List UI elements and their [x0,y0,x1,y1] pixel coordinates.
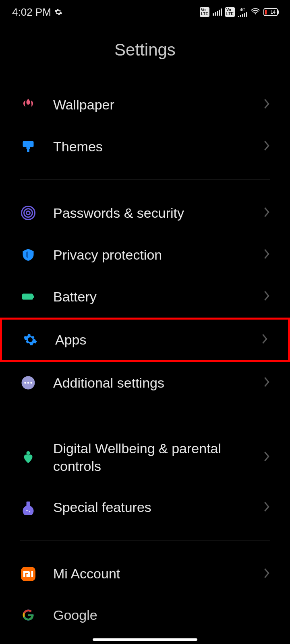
mi-logo-icon [20,566,36,582]
google-logo-icon [20,607,36,623]
chevron-right-icon [263,501,270,514]
tulip-icon [20,97,36,113]
svg-point-13 [27,451,30,455]
status-time: 4:02 PM [12,6,51,19]
chevron-right-icon [263,206,270,219]
item-label: Additional settings [53,374,263,392]
svg-rect-14 [27,502,30,504]
battery-icon: 14 [263,8,278,16]
chevron-right-icon [263,568,270,580]
item-label: Battery [53,288,263,305]
page-title: Settings [0,24,290,84]
gear-icon [54,8,62,16]
status-left: 4:02 PM [12,6,62,19]
settings-list: Wallpaper Themes Passwords & security [0,84,290,624]
volte-icon-1: VoLTE [200,7,209,17]
item-label: Privacy protection [53,246,263,264]
home-indicator[interactable] [93,638,197,641]
settings-item-wellbeing[interactable]: Digital Wellbeing & parental controls [0,428,290,486]
signal-icon-1 [213,8,222,16]
svg-point-12 [30,382,32,384]
item-label: Themes [53,138,263,155]
dots-icon [20,375,36,391]
volte-icon-2: VoLTE [225,7,235,17]
svg-rect-7 [33,295,34,298]
status-bar: 4:02 PM VoLTE VoLTE 4G 14 [0,0,290,24]
fingerprint-icon [20,205,36,221]
person-heart-icon [20,449,36,465]
svg-point-15 [27,510,28,511]
chevron-right-icon [263,98,270,111]
wifi-icon [251,6,260,18]
chevron-right-icon [263,248,270,261]
battery-level: 14 [271,10,276,14]
svg-point-16 [29,511,30,512]
item-label: Passwords & security [53,204,263,222]
svg-point-11 [27,382,29,384]
flask-icon [20,500,36,516]
settings-item-google[interactable]: Google [0,595,290,624]
settings-item-miaccount[interactable]: Mi Account [0,553,290,595]
chevron-right-icon [263,376,270,389]
svg-rect-0 [23,141,34,147]
svg-rect-1 [27,147,30,149]
chevron-right-icon [263,140,270,153]
item-label: Apps [55,331,261,349]
svg-rect-2 [27,149,29,152]
item-label: Special features [53,498,263,516]
settings-item-apps[interactable]: Apps [0,318,290,362]
divider [20,541,270,541]
svg-point-10 [24,382,26,384]
network-type: 4G [240,8,246,12]
svg-rect-6 [22,294,33,300]
settings-item-privacy[interactable]: Privacy protection [0,234,290,276]
settings-item-wallpaper[interactable]: Wallpaper [0,84,290,126]
chevron-right-icon [263,290,270,303]
item-label: Google [53,606,270,624]
divider [20,180,270,180]
divider [20,416,270,416]
item-label: Digital Wellbeing & parental controls [53,440,263,475]
settings-item-additional[interactable]: Additional settings [0,362,290,404]
brush-icon [20,138,36,155]
item-label: Wallpaper [53,96,263,114]
settings-item-passwords[interactable]: Passwords & security [0,192,290,234]
settings-item-themes[interactable]: Themes [0,126,290,167]
item-label: Mi Account [53,565,263,582]
battery-setting-icon [20,289,36,305]
chevron-right-icon [261,333,268,346]
gear-apps-icon [22,332,38,348]
chevron-right-icon [263,451,270,464]
shield-icon [20,247,36,263]
svg-point-4 [24,209,33,217]
svg-point-8 [29,338,32,342]
settings-item-special[interactable]: Special features [0,487,290,528]
status-right: VoLTE VoLTE 4G 14 [200,6,278,18]
settings-item-battery[interactable]: Battery [0,276,290,318]
svg-point-3 [27,211,30,215]
signal-icon-2 [238,12,247,17]
